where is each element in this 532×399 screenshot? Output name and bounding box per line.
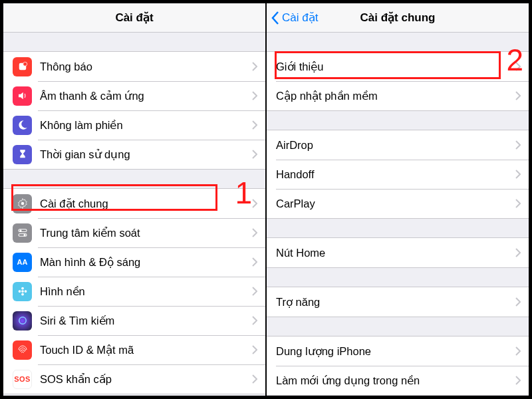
chevron-right-icon — [252, 257, 265, 267]
general-screen: Cài đặt Cài đặt chung Giới thiệu Cập nhậ… — [267, 3, 529, 396]
row-about[interactable]: Giới thiệu — [267, 52, 529, 81]
row-label: Trung tâm kiểm soát — [40, 227, 252, 239]
fingerprint-icon — [13, 340, 32, 360]
chevron-right-icon — [252, 345, 265, 354]
row-handoff[interactable]: Handoff — [267, 160, 529, 189]
svg-point-13 — [19, 317, 26, 325]
row-label: Siri & Tìm kiếm — [40, 315, 252, 327]
row-control-center[interactable]: Trung tâm kiểm soát — [3, 218, 265, 247]
row-touchid[interactable]: Touch ID & Mật mã — [3, 335, 265, 364]
svg-point-11 — [24, 290, 27, 293]
hourglass-icon — [13, 145, 32, 164]
chevron-right-icon — [252, 316, 265, 325]
sound-icon — [13, 86, 32, 106]
row-airdrop[interactable]: AirDrop — [267, 130, 529, 160]
general-group-3: Nút Home — [267, 237, 529, 268]
chevron-right-icon — [515, 199, 529, 208]
chevron-right-icon — [515, 248, 529, 257]
chevron-right-icon — [515, 346, 529, 356]
gear-icon — [13, 194, 32, 213]
general-list: Giới thiệu Cập nhật phần mềm AirDrop Han… — [267, 33, 529, 396]
row-wallpaper[interactable]: Hình nền — [3, 277, 265, 306]
settings-screen: Cài đặt Thông báo Âm thanh & cảm ứng — [3, 3, 265, 396]
chevron-right-icon — [252, 120, 265, 130]
row-label: Thông báo — [40, 61, 252, 73]
row-label: Touch ID & Mật mã — [40, 344, 252, 356]
chevron-right-icon — [252, 150, 265, 159]
svg-point-9 — [21, 293, 24, 296]
siri-icon — [13, 311, 32, 331]
chevron-right-icon — [252, 62, 265, 71]
row-label: Cài đặt chung — [40, 198, 252, 210]
header: Cài đặt Cài đặt chung — [267, 3, 529, 33]
settings-list: Thông báo Âm thanh & cảm ứng Không làm p… — [3, 33, 265, 394]
general-group-4: Trợ năng — [267, 287, 529, 317]
row-dnd[interactable]: Không làm phiền — [3, 110, 265, 140]
chevron-right-icon — [515, 297, 529, 307]
settings-group-1: Thông báo Âm thanh & cảm ứng Không làm p… — [3, 51, 265, 170]
chevron-right-icon — [252, 374, 265, 384]
sos-icon: SOS — [13, 370, 32, 389]
row-label: Handoff — [276, 168, 515, 181]
row-label: Âm thanh & cảm ứng — [40, 90, 252, 102]
display-icon: AA — [13, 253, 32, 272]
page-title: Cài đặt — [115, 11, 153, 25]
svg-point-6 — [23, 234, 25, 236]
chevron-right-icon — [252, 91, 265, 100]
row-label: SOS khẩn cấp — [40, 373, 252, 386]
row-general[interactable]: Cài đặt chung — [3, 189, 265, 218]
row-siri[interactable]: Siri & Tìm kiếm — [3, 306, 265, 335]
row-label: Trợ năng — [276, 296, 515, 309]
row-storage[interactable]: Dung lượng iPhone — [267, 336, 529, 366]
row-label: CarPlay — [276, 198, 515, 210]
chevron-right-icon — [515, 376, 529, 385]
svg-point-10 — [18, 290, 21, 293]
chevron-right-icon — [252, 287, 265, 296]
back-button[interactable]: Cài đặt — [271, 3, 318, 32]
page-title: Cài đặt chung — [360, 11, 436, 25]
general-group-5: Dung lượng iPhone Làm mới ứng dụng trong… — [267, 336, 529, 396]
row-accessibility[interactable]: Trợ năng — [267, 287, 529, 317]
notification-icon — [13, 57, 32, 76]
svg-point-2 — [21, 202, 24, 205]
chevron-right-icon — [252, 199, 265, 208]
row-label: Màn hình & Độ sáng — [40, 256, 252, 269]
svg-point-1 — [23, 62, 27, 66]
row-screentime[interactable]: Thời gian sử dụng — [3, 140, 265, 169]
row-label: Nút Home — [276, 247, 515, 259]
row-label: Dung lượng iPhone — [276, 345, 515, 358]
svg-point-8 — [21, 287, 24, 290]
flower-icon — [13, 282, 32, 301]
header: Cài đặt — [3, 3, 265, 33]
row-background-refresh[interactable]: Làm mới ứng dụng trong nền — [267, 366, 529, 395]
chevron-right-icon — [515, 62, 529, 71]
general-group-2: AirDrop Handoff CarPlay — [267, 130, 529, 219]
svg-point-4 — [19, 229, 21, 231]
tutorial-frame: Cài đặt Thông báo Âm thanh & cảm ứng — [3, 3, 529, 396]
row-label: Thời gian sử dụng — [40, 148, 252, 161]
row-sounds[interactable]: Âm thanh & cảm ứng — [3, 81, 265, 110]
settings-group-2: Cài đặt chung Trung tâm kiểm soát AA Màn… — [3, 188, 265, 394]
row-label: Cập nhật phần mềm — [276, 90, 515, 102]
row-notifications[interactable]: Thông báo — [3, 52, 265, 81]
row-label: Không làm phiền — [40, 119, 252, 132]
moon-icon — [13, 116, 32, 135]
chevron-right-icon — [515, 91, 529, 100]
row-label: Hình nền — [40, 285, 252, 298]
row-sos[interactable]: SOS SOS khẩn cấp — [3, 364, 265, 394]
chevron-right-icon — [252, 228, 265, 237]
svg-point-7 — [21, 290, 24, 293]
row-home-button[interactable]: Nút Home — [267, 238, 529, 267]
row-display[interactable]: AA Màn hình & Độ sáng — [3, 247, 265, 277]
chevron-right-icon — [515, 140, 529, 150]
row-carplay[interactable]: CarPlay — [267, 189, 529, 218]
row-label: AirDrop — [276, 139, 515, 152]
back-label: Cài đặt — [282, 11, 318, 25]
row-label: Giới thiệu — [276, 61, 515, 73]
toggle-icon — [13, 223, 32, 243]
row-label: Làm mới ứng dụng trong nền — [276, 374, 515, 387]
chevron-right-icon — [515, 170, 529, 179]
general-group-1: Giới thiệu Cập nhật phần mềm — [267, 51, 529, 111]
row-software-update[interactable]: Cập nhật phần mềm — [267, 81, 529, 110]
